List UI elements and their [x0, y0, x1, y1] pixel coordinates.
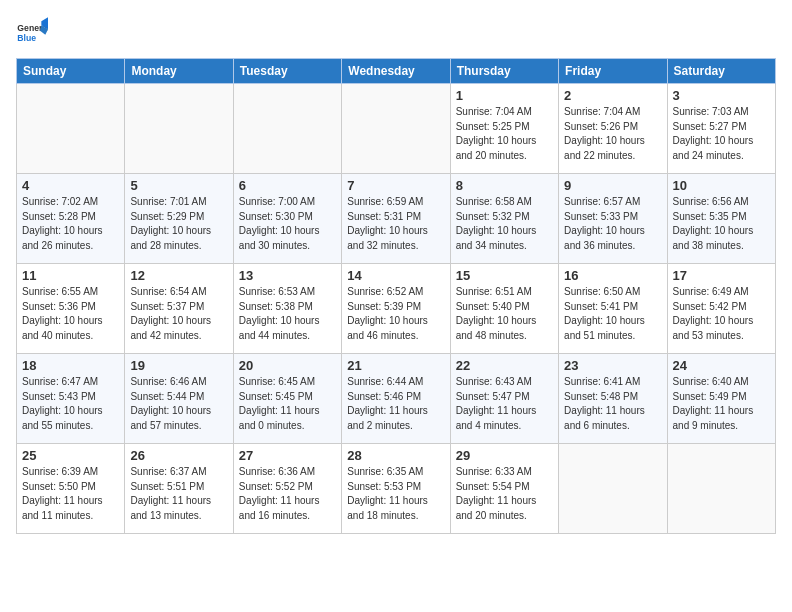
calendar-week-row: 25Sunrise: 6:39 AM Sunset: 5:50 PM Dayli…: [17, 444, 776, 534]
calendar-cell: 12Sunrise: 6:54 AM Sunset: 5:37 PM Dayli…: [125, 264, 233, 354]
day-number: 3: [673, 88, 770, 103]
calendar-cell: 7Sunrise: 6:59 AM Sunset: 5:31 PM Daylig…: [342, 174, 450, 264]
day-number: 11: [22, 268, 119, 283]
day-info: Sunrise: 6:50 AM Sunset: 5:41 PM Dayligh…: [564, 285, 661, 343]
calendar-cell: 16Sunrise: 6:50 AM Sunset: 5:41 PM Dayli…: [559, 264, 667, 354]
day-info: Sunrise: 6:53 AM Sunset: 5:38 PM Dayligh…: [239, 285, 336, 343]
calendar-cell: 22Sunrise: 6:43 AM Sunset: 5:47 PM Dayli…: [450, 354, 558, 444]
day-info: Sunrise: 6:47 AM Sunset: 5:43 PM Dayligh…: [22, 375, 119, 433]
day-number: 15: [456, 268, 553, 283]
day-info: Sunrise: 6:52 AM Sunset: 5:39 PM Dayligh…: [347, 285, 444, 343]
day-info: Sunrise: 6:36 AM Sunset: 5:52 PM Dayligh…: [239, 465, 336, 523]
day-info: Sunrise: 6:43 AM Sunset: 5:47 PM Dayligh…: [456, 375, 553, 433]
calendar-cell: 13Sunrise: 6:53 AM Sunset: 5:38 PM Dayli…: [233, 264, 341, 354]
day-info: Sunrise: 6:39 AM Sunset: 5:50 PM Dayligh…: [22, 465, 119, 523]
day-number: 21: [347, 358, 444, 373]
calendar-cell: 24Sunrise: 6:40 AM Sunset: 5:49 PM Dayli…: [667, 354, 775, 444]
svg-text:Blue: Blue: [17, 33, 36, 43]
day-of-week-header: Wednesday: [342, 59, 450, 84]
calendar-cell: 5Sunrise: 7:01 AM Sunset: 5:29 PM Daylig…: [125, 174, 233, 264]
day-info: Sunrise: 6:40 AM Sunset: 5:49 PM Dayligh…: [673, 375, 770, 433]
calendar-cell: 9Sunrise: 6:57 AM Sunset: 5:33 PM Daylig…: [559, 174, 667, 264]
day-info: Sunrise: 6:58 AM Sunset: 5:32 PM Dayligh…: [456, 195, 553, 253]
day-info: Sunrise: 7:03 AM Sunset: 5:27 PM Dayligh…: [673, 105, 770, 163]
day-number: 5: [130, 178, 227, 193]
day-number: 17: [673, 268, 770, 283]
day-of-week-header: Monday: [125, 59, 233, 84]
calendar-cell: [233, 84, 341, 174]
calendar-cell: 10Sunrise: 6:56 AM Sunset: 5:35 PM Dayli…: [667, 174, 775, 264]
day-info: Sunrise: 7:04 AM Sunset: 5:26 PM Dayligh…: [564, 105, 661, 163]
logo: General Blue: [16, 16, 48, 48]
day-number: 16: [564, 268, 661, 283]
day-info: Sunrise: 6:54 AM Sunset: 5:37 PM Dayligh…: [130, 285, 227, 343]
calendar-cell: 26Sunrise: 6:37 AM Sunset: 5:51 PM Dayli…: [125, 444, 233, 534]
day-info: Sunrise: 7:04 AM Sunset: 5:25 PM Dayligh…: [456, 105, 553, 163]
day-number: 12: [130, 268, 227, 283]
day-of-week-header: Saturday: [667, 59, 775, 84]
calendar-cell: [125, 84, 233, 174]
header: General Blue: [16, 16, 776, 48]
day-info: Sunrise: 7:01 AM Sunset: 5:29 PM Dayligh…: [130, 195, 227, 253]
day-number: 10: [673, 178, 770, 193]
calendar-cell: [342, 84, 450, 174]
day-info: Sunrise: 6:44 AM Sunset: 5:46 PM Dayligh…: [347, 375, 444, 433]
day-number: 4: [22, 178, 119, 193]
day-number: 22: [456, 358, 553, 373]
day-number: 27: [239, 448, 336, 463]
day-info: Sunrise: 7:00 AM Sunset: 5:30 PM Dayligh…: [239, 195, 336, 253]
calendar-cell: 2Sunrise: 7:04 AM Sunset: 5:26 PM Daylig…: [559, 84, 667, 174]
calendar-cell: 3Sunrise: 7:03 AM Sunset: 5:27 PM Daylig…: [667, 84, 775, 174]
day-of-week-header: Friday: [559, 59, 667, 84]
day-number: 2: [564, 88, 661, 103]
calendar-cell: 8Sunrise: 6:58 AM Sunset: 5:32 PM Daylig…: [450, 174, 558, 264]
calendar-week-row: 18Sunrise: 6:47 AM Sunset: 5:43 PM Dayli…: [17, 354, 776, 444]
day-number: 6: [239, 178, 336, 193]
calendar-cell: 23Sunrise: 6:41 AM Sunset: 5:48 PM Dayli…: [559, 354, 667, 444]
header-row: SundayMondayTuesdayWednesdayThursdayFrid…: [17, 59, 776, 84]
day-number: 9: [564, 178, 661, 193]
day-number: 24: [673, 358, 770, 373]
calendar-cell: 11Sunrise: 6:55 AM Sunset: 5:36 PM Dayli…: [17, 264, 125, 354]
logo-icon: General Blue: [16, 16, 48, 48]
day-number: 13: [239, 268, 336, 283]
calendar-cell: 21Sunrise: 6:44 AM Sunset: 5:46 PM Dayli…: [342, 354, 450, 444]
day-number: 23: [564, 358, 661, 373]
day-number: 26: [130, 448, 227, 463]
day-info: Sunrise: 6:37 AM Sunset: 5:51 PM Dayligh…: [130, 465, 227, 523]
day-number: 14: [347, 268, 444, 283]
day-info: Sunrise: 6:41 AM Sunset: 5:48 PM Dayligh…: [564, 375, 661, 433]
day-info: Sunrise: 6:45 AM Sunset: 5:45 PM Dayligh…: [239, 375, 336, 433]
calendar-cell: 15Sunrise: 6:51 AM Sunset: 5:40 PM Dayli…: [450, 264, 558, 354]
calendar-week-row: 4Sunrise: 7:02 AM Sunset: 5:28 PM Daylig…: [17, 174, 776, 264]
calendar-cell: 25Sunrise: 6:39 AM Sunset: 5:50 PM Dayli…: [17, 444, 125, 534]
day-number: 8: [456, 178, 553, 193]
calendar-cell: 6Sunrise: 7:00 AM Sunset: 5:30 PM Daylig…: [233, 174, 341, 264]
day-number: 28: [347, 448, 444, 463]
day-number: 29: [456, 448, 553, 463]
day-number: 18: [22, 358, 119, 373]
day-info: Sunrise: 7:02 AM Sunset: 5:28 PM Dayligh…: [22, 195, 119, 253]
calendar-week-row: 11Sunrise: 6:55 AM Sunset: 5:36 PM Dayli…: [17, 264, 776, 354]
day-number: 20: [239, 358, 336, 373]
day-number: 25: [22, 448, 119, 463]
calendar-table: SundayMondayTuesdayWednesdayThursdayFrid…: [16, 58, 776, 534]
day-number: 1: [456, 88, 553, 103]
day-number: 19: [130, 358, 227, 373]
calendar-cell: [17, 84, 125, 174]
day-of-week-header: Sunday: [17, 59, 125, 84]
day-of-week-header: Tuesday: [233, 59, 341, 84]
day-number: 7: [347, 178, 444, 193]
calendar-week-row: 1Sunrise: 7:04 AM Sunset: 5:25 PM Daylig…: [17, 84, 776, 174]
calendar-cell: 18Sunrise: 6:47 AM Sunset: 5:43 PM Dayli…: [17, 354, 125, 444]
calendar-cell: [559, 444, 667, 534]
day-info: Sunrise: 6:33 AM Sunset: 5:54 PM Dayligh…: [456, 465, 553, 523]
day-info: Sunrise: 6:57 AM Sunset: 5:33 PM Dayligh…: [564, 195, 661, 253]
calendar-cell: 17Sunrise: 6:49 AM Sunset: 5:42 PM Dayli…: [667, 264, 775, 354]
calendar-cell: 14Sunrise: 6:52 AM Sunset: 5:39 PM Dayli…: [342, 264, 450, 354]
calendar-cell: [667, 444, 775, 534]
calendar-cell: 19Sunrise: 6:46 AM Sunset: 5:44 PM Dayli…: [125, 354, 233, 444]
day-info: Sunrise: 6:51 AM Sunset: 5:40 PM Dayligh…: [456, 285, 553, 343]
page: General Blue SundayMondayTuesdayWednesda…: [0, 0, 792, 542]
calendar-cell: 29Sunrise: 6:33 AM Sunset: 5:54 PM Dayli…: [450, 444, 558, 534]
